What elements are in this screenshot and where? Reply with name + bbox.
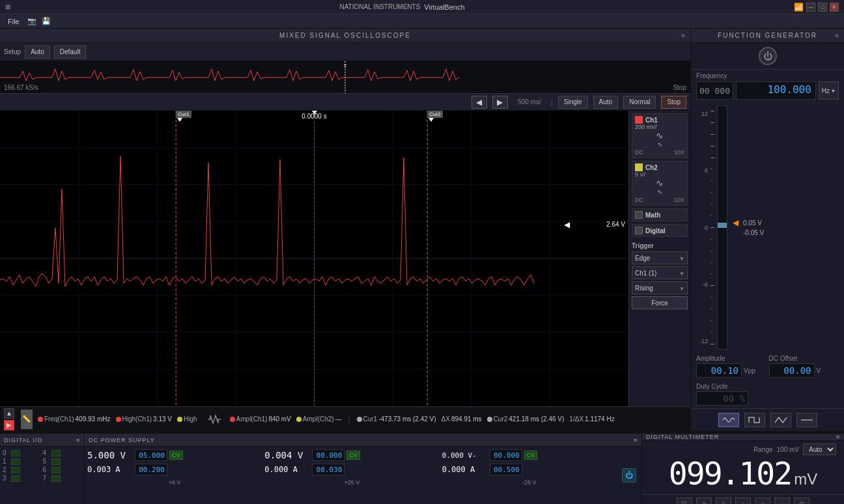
- default-button[interactable]: Default: [54, 46, 87, 59]
- dmm-btn-2[interactable]: ▿: [696, 497, 712, 504]
- fg-frequency-unit[interactable]: Hz ▼: [819, 81, 839, 100]
- fg-slider-labels: 12 6 0 -6 -12: [696, 105, 708, 350]
- ch1-color: [635, 116, 643, 124]
- fg-duty-row: Duty Cycle 00 %: [691, 380, 844, 408]
- fg-freq-prefix: 00 000: [696, 81, 733, 100]
- ch2-item[interactable]: Ch2 5 V/ ∿ ∿ DC 10X: [632, 161, 688, 206]
- dc-power-button[interactable]: ⏻: [622, 468, 636, 483]
- dmm-btn-1[interactable]: ▽: [677, 497, 692, 504]
- pin-2-indicator[interactable]: [11, 467, 20, 473]
- fg-duty-input[interactable]: 00 %: [696, 391, 748, 406]
- file-menu[interactable]: File: [3, 16, 25, 27]
- trigger-section: Trigger Edge Ch1 (1) Rising: [632, 242, 688, 309]
- pin-6-indicator[interactable]: [51, 467, 61, 473]
- fg-sine-button[interactable]: [718, 413, 739, 427]
- waveform-overview: T 166.67 kS/s Stop: [0, 61, 690, 94]
- maximize-button[interactable]: □: [818, 3, 827, 12]
- scroll-up-icon[interactable]: ▲: [4, 408, 14, 419]
- dmm-btn-4[interactable]: ▵: [735, 497, 751, 504]
- nav-left-button[interactable]: ◀: [471, 96, 487, 109]
- fg-frequency-section: Frequency 00 000 100.000 Hz ▼: [691, 70, 844, 103]
- camera-icon[interactable]: 📷: [25, 16, 39, 27]
- dc-ch3-voltage: 0.000 V-: [442, 451, 488, 460]
- channel-panel: Ch1 200 mV/ ∿ ∿ DC 10X: [628, 111, 690, 406]
- digital-io-menu-icon[interactable]: ≡: [76, 437, 80, 443]
- fg-slider-handle[interactable]: [718, 223, 727, 228]
- digital-io-title: DIGITAL I/O: [4, 437, 43, 443]
- dc-channel-2: 0.004 V CV 0.000 A +25 V: [264, 449, 439, 501]
- dmm-btn-7[interactable]: ⊙: [794, 497, 809, 504]
- osc-menu-icon[interactable]: ≡: [681, 32, 686, 39]
- dc-ch2-current-input[interactable]: [312, 464, 345, 475]
- fg-dc-button[interactable]: [796, 413, 817, 427]
- freq-val: 409.93 mHz: [76, 415, 111, 423]
- bottom-section: DIGITAL I/O ≡ 0 4 1 5: [0, 432, 844, 504]
- dc-ch3-voltage-input[interactable]: [490, 449, 522, 461]
- pin-7-indicator[interactable]: [51, 475, 61, 482]
- close-button[interactable]: ✕: [830, 3, 839, 12]
- fg-dc-offset-input[interactable]: 00.00: [769, 363, 815, 378]
- stop-button[interactable]: Stop: [661, 96, 686, 109]
- fg-frequency-input[interactable]: 100.000: [736, 81, 816, 100]
- dmm-range-select[interactable]: Auto: [803, 443, 836, 455]
- trigger-source-select[interactable]: Ch1 (1): [632, 266, 688, 279]
- trigger-slope-select[interactable]: Rising: [632, 281, 688, 294]
- ch2-scale: 5 V/: [635, 171, 684, 178]
- record-icon[interactable]: ▶: [4, 420, 14, 430]
- ampl-ch1-measurement: Ampl(Ch1) 840 mV: [230, 415, 291, 423]
- meas-separator: |: [348, 415, 350, 423]
- fg-triangle-button[interactable]: [770, 413, 791, 427]
- dc-ch1-badge: CV: [169, 451, 183, 460]
- pin-1-indicator[interactable]: [11, 458, 20, 465]
- menu-bar: File 📷 💾: [0, 14, 844, 29]
- dc-ch1-voltage-row: 5.000 V CV: [87, 449, 262, 461]
- fg-amplitude-input[interactable]: 00.10: [696, 363, 742, 378]
- dc-ch2-voltage: 0.004 V: [264, 450, 310, 460]
- fg-power-row: ⏻: [691, 43, 844, 70]
- fg-slider-arrow-icon: ◀: [733, 218, 738, 227]
- ampl-ch1-dot: [230, 417, 235, 422]
- osc-header: MIXED SIGNAL OSCILLOSCOPE ≡: [0, 29, 690, 43]
- dmm-menu-icon[interactable]: ≡: [836, 434, 840, 440]
- dc-power-header: DC POWER SUPPLY ≡: [85, 434, 641, 447]
- dc-ch2-voltage-input[interactable]: [312, 449, 345, 461]
- ch2-name: Ch2: [645, 164, 658, 171]
- dc-ch1-name: +6 V: [87, 478, 262, 487]
- fg-square-button[interactable]: [744, 413, 765, 427]
- force-button[interactable]: Force: [632, 296, 688, 309]
- fg-menu-icon[interactable]: ≡: [835, 32, 840, 39]
- auto-button[interactable]: Auto: [25, 46, 50, 59]
- auto-mode-button[interactable]: Auto: [593, 96, 619, 109]
- dc-ch1-current-input[interactable]: [135, 464, 167, 475]
- pin-4-indicator[interactable]: [51, 450, 61, 456]
- dmm-btn-6[interactable]: ↔: [774, 497, 790, 504]
- fg-slider-track[interactable]: ◀: [717, 105, 727, 350]
- osc-display[interactable]: 0.0000 s Cur1 Cur2: [0, 111, 628, 406]
- save-icon[interactable]: 💾: [39, 16, 53, 27]
- dc-power-menu-icon[interactable]: ≡: [634, 437, 638, 443]
- ruler-icon[interactable]: 📏: [21, 410, 33, 429]
- trigger-marker: [312, 111, 317, 115]
- normal-button[interactable]: Normal: [623, 96, 656, 109]
- pin-0-indicator[interactable]: [11, 450, 20, 456]
- pin-5-indicator[interactable]: [51, 458, 61, 465]
- pin-3-indicator[interactable]: [11, 475, 20, 482]
- minimize-button[interactable]: ─: [806, 3, 815, 12]
- fg-pos-value: 0.05 V: [743, 219, 764, 227]
- dmm-btn-3[interactable]: △: [716, 497, 731, 504]
- dmm-range-row: Range 100 mV Auto: [645, 443, 841, 455]
- trigger-type-select[interactable]: Edge: [632, 251, 688, 264]
- single-button[interactable]: Single: [558, 96, 588, 109]
- dmm-range-label: Range: [753, 446, 772, 453]
- nav-right-button[interactable]: ▶: [492, 96, 508, 109]
- dc-ch3-current-input[interactable]: [490, 464, 522, 475]
- math-item[interactable]: Math: [632, 208, 688, 221]
- fg-slider-area: 12 6 0 -6 -12: [691, 103, 844, 352]
- dmm-btn-5[interactable]: ○: [755, 497, 770, 504]
- digital-item[interactable]: Digital: [632, 224, 688, 237]
- dc-ch1-voltage-input[interactable]: [135, 449, 167, 461]
- pin-6: 6: [43, 466, 82, 473]
- fg-power-button[interactable]: ⏻: [759, 47, 777, 65]
- cursor1-marker: Cur1: [176, 111, 191, 122]
- ch1-item[interactable]: Ch1 200 mV/ ∿ ∿ DC 10X: [632, 113, 688, 158]
